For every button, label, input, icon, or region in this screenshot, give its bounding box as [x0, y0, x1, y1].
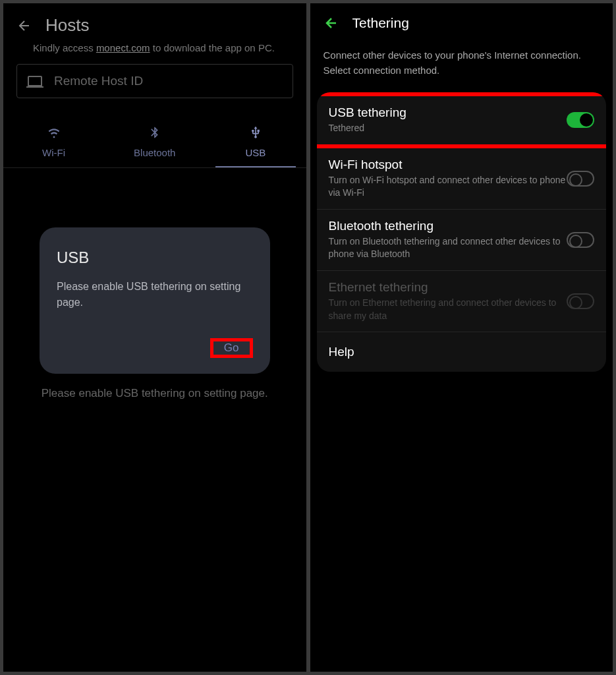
setting-subtitle: Turn on Wi-Fi hotspot and connect other …: [329, 174, 567, 200]
setting-subtitle: Turn on Bluetooth tethering and connect …: [329, 235, 567, 261]
setting-bluetooth-tethering[interactable]: Bluetooth tethering Turn on Bluetooth te…: [317, 210, 607, 271]
hosts-panel: Hosts Kindly access monect.com to downlo…: [3, 3, 306, 672]
settings-list: USB tethering Tethered Wi-Fi hotspot Tur…: [317, 92, 607, 372]
toggle-switch[interactable]: [567, 232, 594, 248]
connection-tabs: Wi-Fi Bluetooth USB: [3, 111, 306, 168]
dialog-actions: Go: [57, 338, 253, 358]
dialog-text: Please enable USB tethering on setting p…: [57, 279, 253, 310]
laptop-icon: [28, 76, 42, 86]
usb-icon: [248, 125, 264, 140]
page-title: Tethering: [352, 15, 409, 31]
input-placeholder: Remote Host ID: [54, 74, 143, 88]
setting-title: USB tethering: [329, 105, 567, 120]
bottom-hint: Please enable USB tethering on setting p…: [3, 387, 306, 400]
page-title: Hosts: [45, 15, 89, 36]
setting-subtitle: Tethered: [329, 122, 567, 135]
download-hint: Kindly access monect.com to download the…: [3, 42, 306, 64]
setting-ethernet-tethering: Ethernet tethering Turn on Ethernet teth…: [317, 271, 607, 332]
setting-text: Help: [329, 345, 595, 359]
setting-title: Wi-Fi hotspot: [329, 158, 567, 172]
hint-link[interactable]: monect.com: [96, 42, 150, 53]
setting-usb-tethering[interactable]: USB tethering Tethered: [317, 96, 607, 144]
toggle-switch[interactable]: [567, 171, 594, 187]
wifi-icon: [46, 125, 62, 140]
tab-usb[interactable]: USB: [205, 125, 306, 167]
toggle-switch: [567, 293, 594, 309]
tethering-description: Connect other devices to your phone's In…: [310, 43, 613, 92]
setting-wifi-hotspot[interactable]: Wi-Fi hotspot Turn on Wi-Fi hotspot and …: [317, 148, 607, 210]
setting-text: USB tethering Tethered: [329, 105, 567, 135]
setting-text: Bluetooth tethering Turn on Bluetooth te…: [329, 219, 567, 261]
tab-bluetooth[interactable]: Bluetooth: [104, 125, 205, 167]
back-arrow-icon[interactable]: [323, 15, 339, 31]
remote-host-input[interactable]: Remote Host ID: [16, 64, 293, 98]
usb-tethering-highlight: USB tethering Tethered: [317, 92, 607, 148]
go-highlight: Go: [210, 338, 253, 358]
hint-prefix: Kindly access: [33, 42, 96, 53]
setting-title: Bluetooth tethering: [329, 219, 567, 233]
tethering-panel: Tethering Connect other devices to your …: [310, 3, 613, 672]
back-arrow-icon[interactable]: [16, 18, 32, 34]
hosts-header: Hosts: [3, 3, 306, 42]
tab-label: USB: [246, 147, 266, 158]
setting-title: Help: [329, 345, 595, 359]
setting-help[interactable]: Help: [317, 332, 607, 372]
hint-suffix: to download the app on PC.: [150, 42, 275, 53]
setting-text: Ethernet tethering Turn on Ethernet teth…: [329, 280, 567, 322]
tab-label: Bluetooth: [134, 147, 175, 158]
go-button[interactable]: Go: [213, 335, 250, 361]
toggle-switch[interactable]: [567, 112, 594, 128]
bluetooth-icon: [147, 125, 163, 140]
tab-wifi[interactable]: Wi-Fi: [3, 125, 104, 167]
setting-title: Ethernet tethering: [329, 280, 567, 295]
setting-subtitle: Turn on Ethernet tethering and connect o…: [329, 297, 567, 322]
usb-dialog: USB Please enable USB tethering on setti…: [40, 227, 270, 374]
setting-text: Wi-Fi hotspot Turn on Wi-Fi hotspot and …: [329, 158, 567, 200]
dialog-title: USB: [57, 249, 253, 267]
tab-label: Wi-Fi: [42, 147, 65, 158]
tethering-header: Tethering: [310, 3, 613, 43]
